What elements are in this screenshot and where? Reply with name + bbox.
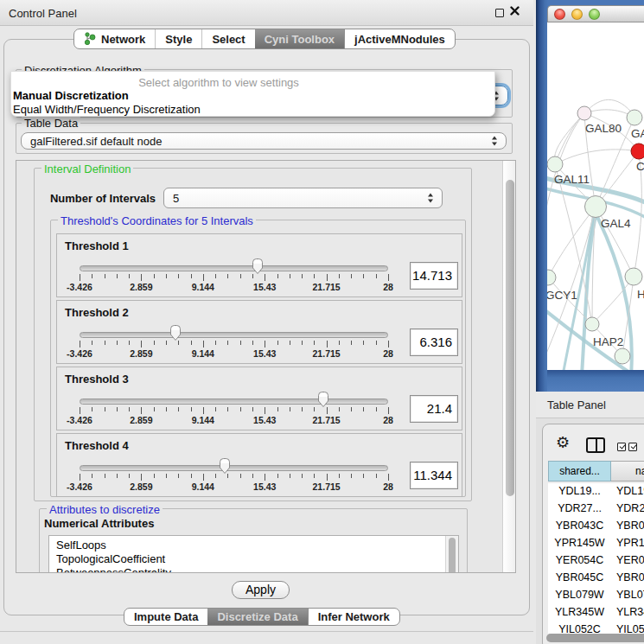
table-row[interactable]: YDL19...YDL19 bbox=[548, 483, 644, 501]
cell-shared-name[interactable]: YBL079W bbox=[548, 589, 611, 601]
tick-mark bbox=[203, 474, 204, 481]
network-node[interactable] bbox=[547, 156, 563, 172]
cell-name[interactable]: YLR34 bbox=[616, 606, 644, 618]
checkbox-icon[interactable] bbox=[617, 443, 626, 451]
cell-name[interactable]: YPR14 bbox=[616, 537, 644, 549]
cell-shared-name[interactable]: YIL052C bbox=[548, 623, 611, 634]
tick-mark bbox=[290, 274, 290, 278]
table-row[interactable]: YBL079WYBL07 bbox=[548, 587, 644, 604]
table-data-combobox[interactable]: galFiltered.sif default node bbox=[21, 132, 507, 150]
slider-thumb[interactable] bbox=[251, 258, 265, 275]
table-row[interactable]: YIL052CYIL05 bbox=[548, 622, 644, 634]
network-node[interactable] bbox=[625, 268, 642, 285]
cell-name[interactable]: YBR04 bbox=[616, 571, 644, 583]
tab-network[interactable]: Network bbox=[74, 29, 155, 48]
cell-name[interactable]: YDL19 bbox=[616, 485, 644, 497]
tab-cyni-toolbox[interactable]: Cyni Toolbox bbox=[255, 29, 344, 48]
tab-impute-data[interactable]: Impute Data bbox=[124, 609, 207, 625]
list-scrollbar[interactable] bbox=[445, 536, 458, 573]
network-node[interactable] bbox=[585, 317, 599, 331]
checkbox-icons[interactable] bbox=[617, 439, 640, 455]
cell-name[interactable]: YIL05 bbox=[616, 623, 644, 634]
scrollbar-thumb[interactable] bbox=[506, 180, 514, 496]
cell-shared-name[interactable]: YDR27... bbox=[548, 502, 611, 514]
tick-mark bbox=[290, 341, 290, 345]
threshold-value-field[interactable]: 6.316 bbox=[410, 328, 458, 356]
tab-discretize-data[interactable]: Discretize Data bbox=[207, 609, 307, 625]
cell-name[interactable]: YBR04 bbox=[616, 520, 644, 532]
scrollpane-scrollbar[interactable] bbox=[502, 161, 516, 572]
apply-button[interactable]: Apply bbox=[232, 581, 290, 599]
threshold-value-field[interactable]: 11.344 bbox=[410, 462, 458, 489]
tick-mark bbox=[302, 341, 303, 345]
table-row[interactable]: YBR043CYBR04 bbox=[548, 518, 644, 535]
zoom-traffic-light[interactable] bbox=[589, 9, 600, 20]
number-of-intervals-spinner[interactable]: 5 bbox=[163, 188, 443, 208]
threshold-value-field[interactable]: 21.4 bbox=[410, 395, 458, 423]
attribute-list-item[interactable]: BetweennessCentrality bbox=[56, 566, 171, 573]
network-node[interactable] bbox=[631, 143, 644, 159]
cell-shared-name[interactable]: YDL19... bbox=[548, 485, 611, 497]
cell-name[interactable]: YBL07 bbox=[616, 589, 644, 601]
network-canvas[interactable]: GAL80GACGAL11GAL4GCY1HHAP2 bbox=[547, 22, 644, 370]
tick-mark bbox=[351, 474, 352, 478]
cell-name[interactable]: YER05 bbox=[616, 554, 644, 566]
tick-mark bbox=[265, 274, 265, 281]
network-node[interactable] bbox=[577, 106, 591, 120]
gear-icon[interactable]: ⚙ bbox=[556, 435, 570, 450]
close-icon[interactable] bbox=[510, 5, 520, 18]
cell-shared-name[interactable]: YBR043C bbox=[548, 520, 611, 532]
tick-mark bbox=[141, 274, 142, 281]
slider-track[interactable] bbox=[80, 332, 388, 338]
tick-label: 15.43 bbox=[237, 481, 292, 492]
tick-mark bbox=[117, 407, 118, 411]
network-node[interactable] bbox=[547, 270, 556, 285]
tick-mark bbox=[388, 341, 389, 348]
threshold-label: Threshold 1 bbox=[65, 239, 129, 252]
network-node[interactable] bbox=[615, 348, 630, 364]
table-row[interactable]: YBR045CYBR04 bbox=[548, 570, 644, 587]
cell-shared-name[interactable]: YBR045C bbox=[548, 571, 611, 583]
tick-mark bbox=[339, 407, 340, 411]
tick-mark bbox=[141, 474, 142, 481]
cell-shared-name[interactable]: YLR345W bbox=[548, 606, 611, 618]
column-header-shared-name[interactable]: shared... bbox=[548, 461, 611, 481]
cell-name[interactable]: YDR27 bbox=[616, 502, 644, 514]
cell-shared-name[interactable]: YER054C bbox=[548, 554, 611, 566]
table-row[interactable]: YDR27...YDR27 bbox=[548, 501, 644, 518]
slider-thumb[interactable] bbox=[169, 324, 182, 341]
table-row[interactable]: YPR145WYPR14 bbox=[548, 535, 644, 552]
slider-thumb[interactable] bbox=[316, 391, 330, 408]
attribute-list-item[interactable]: SelfLoops bbox=[56, 539, 106, 552]
slider-track[interactable] bbox=[80, 399, 388, 405]
checkbox-icon[interactable] bbox=[628, 443, 637, 451]
tab-style[interactable]: Style bbox=[155, 29, 201, 48]
slider-track[interactable] bbox=[80, 465, 388, 471]
column-header-name[interactable]: name bbox=[611, 461, 644, 481]
slider-thumb[interactable] bbox=[218, 457, 232, 475]
popup-item-manual-discretization[interactable]: Manual Discretization bbox=[13, 89, 129, 102]
minimize-traffic-light[interactable] bbox=[571, 9, 583, 20]
tick-mark bbox=[203, 341, 204, 348]
close-traffic-light[interactable] bbox=[554, 9, 565, 20]
tick-mark bbox=[129, 474, 130, 478]
attribute-list-item[interactable]: TopologicalCoefficient bbox=[56, 552, 165, 565]
network-edge bbox=[555, 113, 584, 164]
popup-item-equal-width[interactable]: Equal Width/Frequency Discretization bbox=[13, 103, 201, 116]
tick-label: 9.144 bbox=[175, 415, 231, 425]
table-row[interactable]: YER054CYER05 bbox=[548, 552, 644, 570]
threshold-value-field[interactable]: 14.713 bbox=[410, 262, 458, 290]
table-row[interactable]: YLR345WYLR34 bbox=[548, 604, 644, 622]
tick-mark bbox=[92, 407, 92, 411]
tab-infer-network[interactable]: Infer Network bbox=[308, 609, 399, 625]
network-node[interactable] bbox=[585, 196, 607, 218]
slider-track[interactable] bbox=[80, 265, 388, 271]
float-window-icon[interactable] bbox=[495, 9, 504, 17]
table-horizontal-scrollbar[interactable] bbox=[546, 634, 644, 642]
column-layout-icon[interactable] bbox=[586, 437, 605, 453]
network-node[interactable] bbox=[627, 110, 642, 125]
tick-label: 21.715 bbox=[299, 415, 354, 425]
tab-select[interactable]: Select bbox=[201, 29, 254, 48]
cell-shared-name[interactable]: YPR145W bbox=[548, 537, 611, 549]
tab-jactivemnodules[interactable]: jActiveMNodules bbox=[344, 29, 455, 48]
